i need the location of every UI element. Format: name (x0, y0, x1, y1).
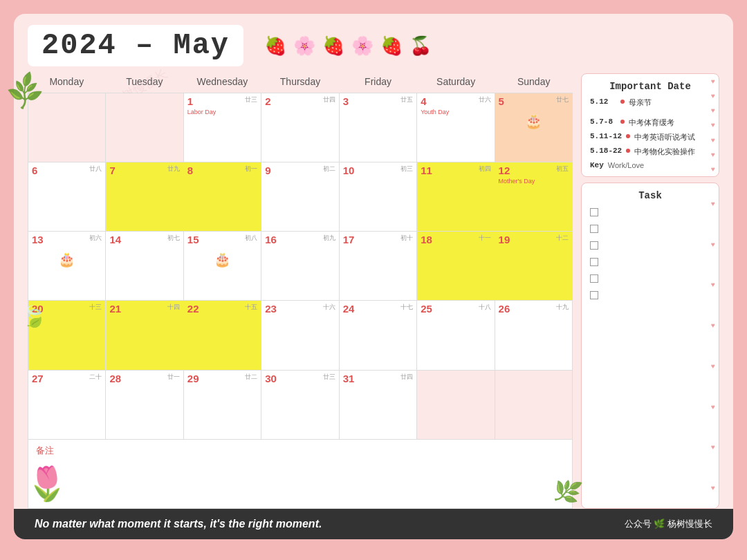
cell-24: 24十七 (340, 301, 417, 370)
cell-21: 21十四 (106, 301, 183, 370)
task-item-4 (590, 258, 710, 266)
deco-tulip: 🌷 (26, 465, 68, 503)
sidebar: ♥ ♥ ♥ ♥ ♥ ♥ ♥ Important Date 5.12 母亲节 5.… (581, 73, 719, 509)
fruit-icon-5: 🍓 (380, 35, 403, 57)
footer: No matter what moment it starts, it's th… (14, 509, 733, 539)
imp-item-2: 5.7-8 中考体育缓考 (590, 118, 710, 128)
cell-16: 16初九 (261, 232, 339, 301)
cell-3: 3廿五 (340, 93, 417, 162)
cell-8: 8初一 (184, 162, 261, 232)
cell-5: 5廿七 🎂 (495, 93, 573, 162)
main-container: 小杨树慢慢长 小杨树慢慢长 小杨树慢慢长 小杨树慢慢长 🌿 🍃 2024 – M… (14, 14, 733, 539)
cell-13: 13初六 🎂 (28, 232, 106, 301)
calendar-area: Monday Tuesday Wednesday Thursday Friday… (28, 73, 573, 509)
cell-empty-2 (106, 93, 183, 162)
header-decorations: 🍓 🌸 🍓 🌸 🍓 🍒 (264, 35, 432, 57)
cell-empty-end-2 (495, 371, 573, 440)
task-checkbox-2[interactable] (590, 225, 598, 233)
fruit-icon-6: 🍒 (409, 35, 432, 57)
cell-26: 26十九 (495, 301, 573, 370)
task-checkbox-4[interactable] (590, 258, 598, 266)
task-heart-border: ♥ ♥ ♥ ♥ ♥ ♥ ♥ ♥ (708, 183, 719, 508)
cell-10: 10初三 (340, 162, 417, 232)
task-item-1 (590, 208, 710, 216)
task-title: Task (590, 190, 710, 201)
imp-item-3: 5.11-12 中考英语听说考试 (590, 132, 710, 142)
cell-27: 27二十 (28, 371, 106, 440)
cell-14: 14初七 (106, 232, 183, 301)
cell-22: 22十五 (184, 301, 261, 370)
task-checkbox-6[interactable] (590, 291, 598, 299)
cell-28: 28廿一 (106, 371, 183, 440)
cell-25: 25十八 (417, 301, 495, 370)
notes-label: 备注 (32, 442, 58, 460)
day-tuesday: Tuesday (106, 73, 184, 90)
fruit-icon-3: 🍓 (322, 35, 344, 57)
content-area: Monday Tuesday Wednesday Thursday Friday… (28, 73, 719, 509)
cell-19: 19十二 (495, 232, 573, 301)
day-wednesday: Wednesday (183, 73, 261, 90)
fruit-icon-1: 🍓 (264, 35, 286, 57)
calendar-header: 2024 – May 🍓 🌸 🍓 🌸 🍓 🍒 (28, 25, 719, 66)
calendar-grid: 1廿三 Labor Day 2廿四 3廿五 4廿六 Youth Day 5廿七 … (28, 93, 573, 509)
day-saturday: Saturday (417, 73, 495, 90)
day-headers: Monday Tuesday Wednesday Thursday Friday… (28, 73, 573, 90)
task-card: ♥ ♥ ♥ ♥ ♥ ♥ ♥ ♥ Task (581, 183, 719, 509)
imp-item-1: 5.12 母亲节 (590, 97, 710, 108)
cell-12: 12初五 Mother's Day (495, 162, 573, 232)
important-date-title: Important Date (590, 81, 710, 92)
task-item-5 (590, 274, 710, 283)
cell-15: 15初八 🎂 (184, 232, 261, 301)
cell-1: 1廿三 Labor Day (184, 93, 261, 162)
calendar-title: 2024 – May (28, 25, 243, 66)
footer-brand: 公众号 🌿 杨树慢慢长 (625, 518, 712, 530)
cell-30: 30廿三 (261, 371, 339, 440)
task-item-6 (590, 291, 710, 299)
important-date-card: ♥ ♥ ♥ ♥ ♥ ♥ ♥ Important Date 5.12 母亲节 5.… (581, 73, 719, 177)
cell-9: 9初二 (261, 162, 339, 232)
cell-23: 23十六 (261, 301, 339, 370)
cell-empty-end-1 (417, 371, 495, 440)
heart-border: ♥ ♥ ♥ ♥ ♥ ♥ ♥ (708, 74, 719, 176)
day-thursday: Thursday (261, 73, 340, 90)
task-checkbox-1[interactable] (590, 208, 598, 216)
day-sunday: Sunday (495, 73, 573, 90)
footer-quote: No matter what moment it starts, it's th… (35, 518, 322, 530)
cell-29: 29廿二 (184, 371, 261, 440)
cell-11: 11初四 (417, 162, 495, 232)
cell-6: 6廿八 (28, 162, 106, 232)
task-item-3 (590, 241, 710, 250)
task-item-2 (590, 225, 710, 233)
day-friday: Friday (339, 73, 417, 90)
cell-empty-1 (28, 93, 106, 162)
notes-cell: 备注 (28, 440, 573, 509)
fruit-icon-4: 🌸 (351, 35, 374, 57)
deco-leaf-left-2: 🍃 (19, 302, 48, 330)
cell-4: 4廿六 Youth Day (417, 93, 495, 162)
imp-item-4: 5.18-22 中考物化实验操作 (590, 147, 710, 157)
task-checkbox-3[interactable] (590, 241, 598, 250)
key-row: Key Work/Love (590, 161, 710, 169)
cell-7: 7廿九 (106, 162, 183, 232)
cell-2: 2廿四 (261, 93, 339, 162)
task-checkbox-5[interactable] (590, 274, 598, 283)
cell-18: 18十一 (417, 232, 495, 301)
cell-31: 31廿四 (340, 371, 417, 440)
cell-17: 17初十 (340, 232, 417, 301)
fruit-icon-2: 🌸 (293, 35, 315, 57)
